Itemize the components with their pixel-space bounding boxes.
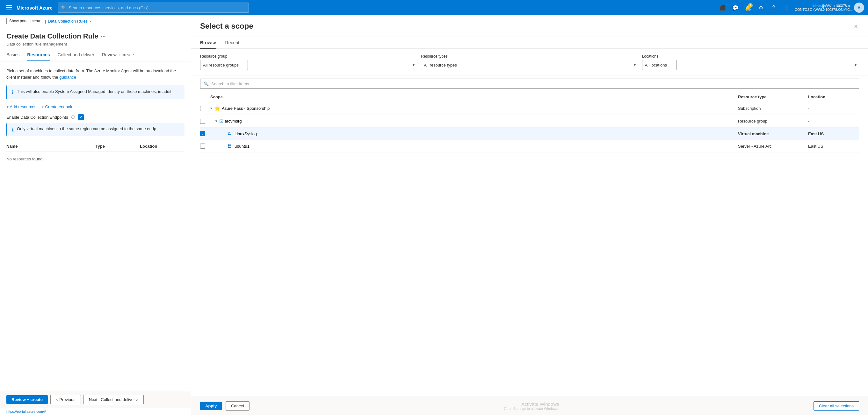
header-checkbox-col [200,95,210,99]
expand-icon-rg[interactable]: ▾ [215,119,217,123]
resources-table: Name Type Location No resources found. [6,141,185,167]
help-btn[interactable]: ? [768,2,779,13]
tab-review-create[interactable]: Review + create [102,49,134,61]
breadcrumb-separator: | [45,19,46,24]
page-title: Create Data Collection Rule [6,32,98,40]
scope-table-header: Scope Resource type Location [200,92,859,102]
row-arc-name: 🖥 ubuntu1 [210,143,738,149]
endpoint-checkbox[interactable] [78,114,84,120]
search-input[interactable] [69,5,245,10]
endpoint-row: Enable Data Collection Endpoints ⓘ [6,114,185,120]
user-feedback-btn[interactable]: 👤 [781,2,792,13]
table-header-row: Name Type Location [6,141,185,151]
row-subscription-checkbox[interactable] [200,106,205,111]
row-rg-location: - [808,119,859,124]
global-search: 🔍 [58,3,249,13]
user-info: admin@WWLx100378.o... CONTOSO (WWLX10037… [795,4,853,11]
action-buttons: + Add resources + Create endpoint [6,104,185,109]
endpoint-label: Enable Data Collection Endpoints [6,115,68,120]
scope-filters: Resource group All resource groups Resou… [191,49,868,75]
no-resources-text: No resources found. [6,151,185,167]
scope-header: Select a scope × [191,15,868,37]
filter-rt-label: Resource types [421,54,638,59]
scope-tab-recent[interactable]: Recent [225,37,239,49]
create-endpoint-btn[interactable]: + Create endpoint [41,104,74,109]
expand-icon[interactable]: ▾ [210,106,212,110]
breadcrumb: Show portal menu | Data Collection Rules… [0,15,191,27]
watermark-title: Activate Windows [504,401,559,407]
header-location: Location [808,95,859,99]
region-info-text: Only virtual machines in the same region… [17,126,156,131]
azure-logo: Microsoft Azure [17,5,53,10]
breadcrumb-link[interactable]: Data Collection Rules [48,19,88,24]
info-icon: ℹ [12,90,14,96]
table-row: ▾ ⊡ arcvmsrg Resource group - [200,115,859,128]
row-rg-checkbox[interactable] [200,119,205,124]
row-vm-checkbox[interactable] [200,131,205,136]
review-create-btn[interactable]: Review + create [6,395,48,404]
row-vm-type: Virtual machine [738,132,808,136]
row-vm-name: 🖥 LinuxSyslog [210,131,738,137]
feedback-btn[interactable]: 💬 [730,2,741,13]
notifications-btn[interactable]: 🔔 1 [742,2,754,13]
vm-icon: 🖥 [227,131,232,137]
info-text: Pick a set of machines to collect data f… [6,68,185,80]
filter-resource-types: Resource types All resource types [421,54,638,70]
managed-identity-banner: ℹ This will also enable System Assigned … [6,85,185,99]
scope-search-input[interactable] [211,81,856,86]
row-arc-location: East US [808,144,859,149]
breadcrumb-chevron: › [90,19,91,24]
hamburger-menu[interactable] [4,3,14,13]
banner-text: This will also enable System Assigned Ma… [17,89,172,94]
region-info-icon: ℹ [12,127,14,133]
cancel-btn[interactable]: Cancel [226,401,249,411]
vm-name-text: LinuxSyslog [235,132,257,136]
row-subscription-location: - [808,106,859,111]
scope-title: Select a scope [200,22,253,31]
user-avatar[interactable]: A [854,3,864,13]
row-arc-checkbox[interactable] [200,143,205,149]
table-header-type: Type [96,144,140,149]
filter-rt-select[interactable]: All resource types [421,60,466,70]
apply-btn[interactable]: Apply [200,402,222,410]
bottom-link: https://portal.azure.com/# [6,410,46,413]
scope-tab-browse[interactable]: Browse [200,37,216,49]
subscription-name-text: Azure Pass - Sponsorship [222,106,270,111]
row-arc-type: Server - Azure Arc [738,144,808,149]
topbar: Microsoft Azure 🔍 ⬛ 💬 🔔 1 ⚙ ? 👤 admin@WW… [0,0,868,15]
header-scope: Scope [210,95,738,99]
main-container: Show portal menu | Data Collection Rules… [0,15,868,415]
filter-loc-select[interactable]: All locations [642,60,677,70]
filter-rt-select-wrapper: All resource types [421,60,638,70]
next-btn[interactable]: Next : Collect and deliver > [84,395,144,404]
more-options-btn[interactable]: ··· [101,33,106,40]
tab-basics[interactable]: Basics [6,49,20,61]
topbar-actions: ⬛ 💬 🔔 1 ⚙ ? 👤 admin@WWLx100378.o... CONT… [717,2,864,13]
tab-resources[interactable]: Resources [27,49,50,61]
scope-search-box: 🔍 [200,79,859,89]
table-row: ▾ ⭐ Azure Pass - Sponsorship Subscriptio… [200,102,859,115]
filter-rg-select-wrapper: All resource groups [200,60,417,70]
page-header: Create Data Collection Rule ··· Data col… [0,27,191,49]
add-resources-btn[interactable]: + Add resources [6,104,36,109]
filter-rg-select[interactable]: All resource groups [200,60,248,70]
arc-icon: 🖥 [227,143,232,149]
wizard-tabs: Basics Resources Collect and deliver Rev… [0,49,191,61]
page-title-row: Create Data Collection Rule ··· [6,32,185,40]
settings-btn[interactable]: ⚙ [755,2,767,13]
close-btn[interactable]: × [853,22,859,32]
table-header-location: Location [140,144,185,149]
table-row: 🖥 ubuntu1 Server - Azure Arc East US [200,140,859,152]
show-portal-menu-btn[interactable]: Show portal menu [6,18,43,24]
guidance-link[interactable]: guidance [59,75,76,79]
previous-btn[interactable]: < Previous [50,395,81,404]
left-panel: Show portal menu | Data Collection Rules… [0,15,191,415]
right-panel: Select a scope × Browse Recent Resource … [191,15,868,415]
filter-rg-label: Resource group [200,54,417,59]
left-content: Pick a set of machines to collect data f… [0,61,191,391]
tab-collect-deliver[interactable]: Collect and deliver [58,49,94,61]
cloud-shell-btn[interactable]: ⬛ [717,2,728,13]
filter-loc-select-wrapper: All locations [642,60,859,70]
clear-selections-btn[interactable]: Clear all selections [813,401,859,411]
notification-badge: 1 [748,3,753,8]
